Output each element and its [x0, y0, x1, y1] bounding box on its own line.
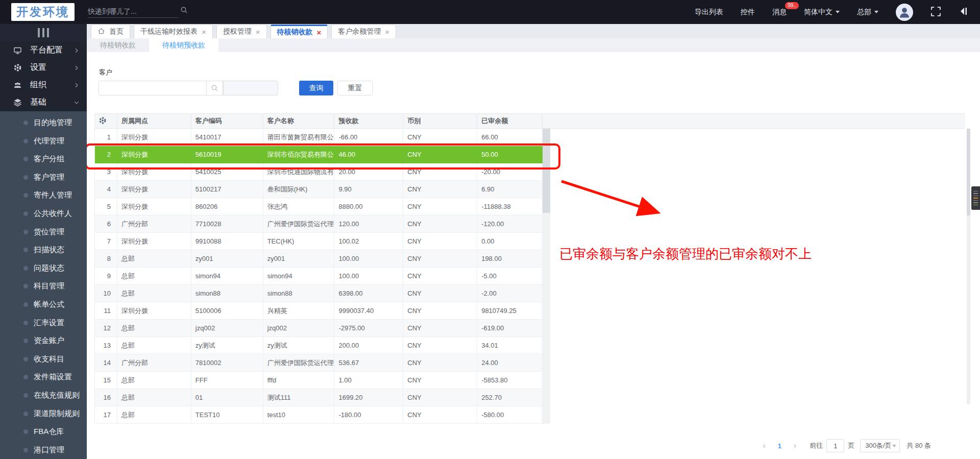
bullet-icon	[23, 284, 28, 288]
sidebar-item[interactable]: 资金账户	[0, 332, 87, 350]
annotation-arrow-icon	[554, 176, 674, 222]
sidebar-item[interactable]: 港口管理	[0, 441, 87, 459]
filter-search-icon[interactable]	[207, 81, 223, 95]
close-icon[interactable]: ×	[317, 29, 322, 36]
close-icon[interactable]: ×	[256, 28, 260, 36]
sidebar-item[interactable]: 货位管理	[0, 223, 87, 241]
global-search[interactable]	[88, 6, 179, 18]
sidebar-group-label: 平台配置	[30, 45, 63, 56]
table-row[interactable]: 9总部simon94simon94100.00CNY-5.00	[95, 268, 543, 285]
table-row[interactable]: 1深圳分拨5410017莆田市茵舞贸易有限公司(-66.00CNY66.00	[95, 129, 543, 146]
close-icon[interactable]: ×	[202, 28, 206, 36]
sidebar-item[interactable]: 扫描状态	[0, 241, 87, 259]
sidebar-item[interactable]: 在线充值规则	[0, 386, 87, 405]
table-row[interactable]: 3深圳分拨5410025深圳市悦通国际物流有限公20.00CNY-20.00	[95, 163, 543, 181]
page-size-select[interactable]: 300条/页	[860, 439, 900, 452]
widgets-button[interactable]: 控件	[741, 8, 755, 17]
collapse-sidebar-icon[interactable]	[959, 6, 969, 18]
bullet-icon	[23, 448, 28, 452]
table-row[interactable]: 8总部zy001zy001100.00CNY198.00	[95, 250, 543, 268]
messages-button[interactable]: 消息 99..	[772, 8, 787, 17]
sub-tab[interactable]: 待核销收款	[87, 38, 149, 52]
sidebar-group-platform[interactable]: 平台配置	[0, 42, 87, 59]
sidebar-group-organization[interactable]: 组织	[0, 77, 87, 94]
table-cell: 0.00	[477, 233, 543, 250]
sidebar-item[interactable]: 渠道限制规则	[0, 404, 87, 423]
tab-item[interactable]: 客户余额管理×	[331, 25, 396, 38]
table-scrollbar-thumb[interactable]	[543, 129, 550, 213]
table-scrollbar[interactable]	[543, 129, 550, 424]
table-row[interactable]: 10总部simon88simon886398.00CNY-2.00	[95, 285, 543, 302]
organization-icon	[13, 81, 22, 89]
content-panel: 客户 查询 重置 所属网点客户编码客户名称预收款币别已审余额 1深圳分拨5410…	[87, 52, 980, 459]
filter-row: 查询 重置	[99, 81, 373, 95]
prev-page-button[interactable]: ‹	[763, 441, 765, 450]
table-row[interactable]: 5深圳分拨860206张志鸿8880.00CNY-11888.38	[95, 198, 543, 215]
row-index-cell: 4	[95, 181, 117, 198]
current-page-button[interactable]: 1	[778, 442, 781, 450]
reset-button[interactable]: 重置	[337, 81, 373, 95]
filter-secondary-field[interactable]	[223, 81, 278, 95]
row-index-cell: 13	[95, 337, 117, 354]
tab-item[interactable]: 授权管理×	[216, 25, 267, 38]
table-row-selected[interactable]: 2深圳分拨5610019深圳市佰尔贸易有限公司(46.00CNY50.00	[95, 146, 543, 163]
fullscreen-icon[interactable]	[930, 6, 941, 18]
column-header: 客户名称	[263, 113, 335, 129]
table-row[interactable]: 15总部FFFfffd1.00CNY-5853.80	[95, 372, 543, 389]
tab-item[interactable]: 干线运输时效报表×	[134, 25, 213, 38]
table-cell: 66.00	[477, 129, 543, 146]
table-cell: 广州分部	[117, 215, 191, 233]
search-icon[interactable]	[180, 6, 188, 16]
sidebar-item[interactable]: 收支科目	[0, 350, 87, 368]
sidebar-menu-toggle[interactable]	[0, 24, 87, 42]
table-row[interactable]: 14广州分部7810002广州爱伊国际货运代理有536.67CNY24.00	[95, 354, 543, 372]
table-cell: 50.00	[477, 146, 543, 163]
sidebar-item[interactable]: 科目管理	[0, 277, 87, 296]
sidebar-item[interactable]: FBA仓库	[0, 423, 87, 441]
table-settings-cell[interactable]	[95, 113, 117, 129]
tab-item[interactable]: 首页	[91, 25, 130, 38]
table-row[interactable]: 12总部jzq002jzq002-2975.00CNY-619.00	[95, 320, 543, 337]
sidebar-item[interactable]: 公共收件人	[0, 205, 87, 223]
customer-filter-input[interactable]	[99, 81, 207, 95]
export-list-button[interactable]: 导出列表	[695, 8, 723, 17]
table-cell: CNY	[403, 337, 477, 354]
table-row[interactable]: 4深圳分拨5100217叁和国际(HK)9.90CNY6.90	[95, 181, 543, 198]
sidebar-item[interactable]: 问题状态	[0, 259, 87, 277]
avatar[interactable]	[896, 4, 913, 21]
language-dropdown[interactable]: 简体中文	[804, 8, 840, 17]
sub-tab[interactable]: 待核销预收款	[149, 38, 218, 52]
tab-active[interactable]: 待核销收款×	[271, 25, 328, 38]
sidebar-group-settings[interactable]: 设置	[0, 59, 87, 77]
goto-page-input[interactable]	[826, 439, 844, 452]
sidebar-item[interactable]: 客户管理	[0, 168, 87, 187]
query-button[interactable]: 查询	[299, 81, 333, 95]
scroll-minimap[interactable]	[971, 186, 980, 210]
org-dropdown[interactable]: 总部	[857, 8, 878, 17]
sidebar-item[interactable]: 汇率设置	[0, 313, 87, 332]
table-row[interactable]: 17总部TEST10test10-180.00CNY-580.00	[95, 406, 543, 424]
sidebar-item[interactable]: 帐单公式	[0, 296, 87, 314]
sidebar-item[interactable]: 发件箱设置	[0, 368, 87, 386]
close-icon[interactable]: ×	[385, 28, 389, 36]
global-search-input[interactable]	[88, 7, 180, 15]
sidebar-item[interactable]: 代理管理	[0, 132, 87, 150]
sidebar-group-basics[interactable]: 基础	[0, 94, 87, 111]
table-row[interactable]: 11深圳分拨5100006兴精英9990037.40CNY9810749.25	[95, 302, 543, 320]
table-row[interactable]: 7深圳分拨9910088TEC(HK)100.02CNY0.00	[95, 233, 543, 250]
table-row[interactable]: 6广州分部7710028广州爱伊国际货运代理有120.00CNY-120.00	[95, 215, 543, 233]
sidebar-item[interactable]: 目的地管理	[0, 114, 87, 132]
table-row[interactable]: 16总部01测试1111699.20CNY252.70	[95, 389, 543, 406]
page-scrollbar-thumb[interactable]	[967, 129, 970, 215]
sidebar-item[interactable]: 寄件人管理	[0, 186, 87, 205]
table-cell: 广州爱伊国际货运代理有	[263, 354, 335, 372]
table-cell: CNY	[403, 215, 477, 233]
table-cell: 深圳分拨	[117, 163, 191, 181]
basics-icon	[13, 99, 22, 107]
gear-icon[interactable]	[99, 116, 107, 126]
page-scrollbar[interactable]	[967, 129, 970, 404]
next-page-button[interactable]: ›	[794, 441, 796, 450]
table-row[interactable]: 13总部zy测试zy测试200.00CNY34.01	[95, 337, 543, 354]
sidebar-item[interactable]: 客户分组	[0, 150, 87, 168]
table-cell: 9990037.40	[334, 302, 403, 320]
